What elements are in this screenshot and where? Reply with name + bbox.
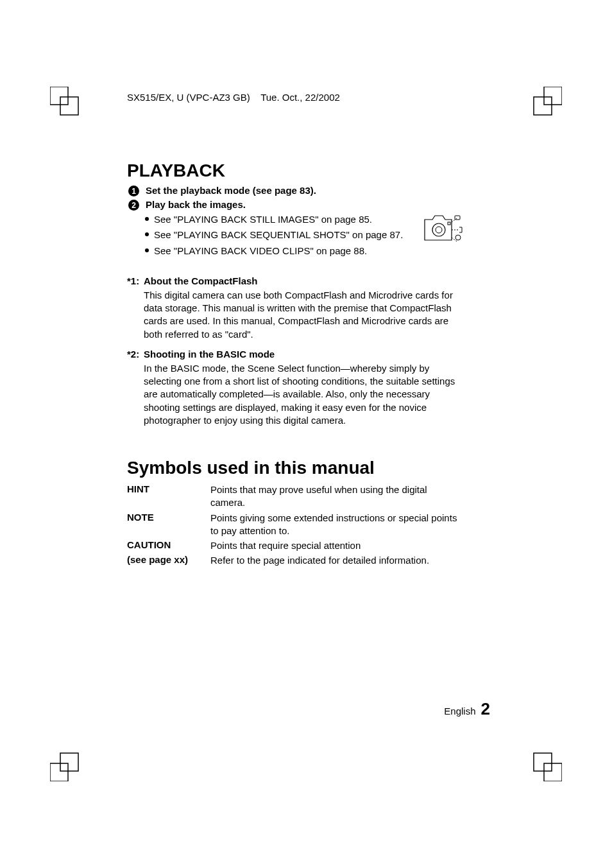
bullet-text-3: See "PLAYING BACK VIDEO CLIPS" on page 8… [154,245,367,257]
bullet-icon [145,232,149,236]
playback-title: PLAYBACK [127,161,464,181]
asterisk-notes: *1: About the CompactFlash This digital … [127,275,464,427]
svg-rect-6 [534,753,552,771]
bullet-text-1: See "PLAYING BACK STILL IMAGES" on page … [154,213,372,226]
symbol-label-note: NOTE [127,512,210,538]
bullet-item: See "PLAYING BACK STILL IMAGES" on page … [145,213,464,226]
circle-number-1: 1 [128,186,139,196]
crop-mark-bottom-left [50,743,89,781]
asterisk-2-body: In the BASIC mode, the Scene Select func… [144,362,464,427]
bullet-text-2: See "PLAYING BACK SEQUENTIAL SHOTS" on p… [154,229,403,241]
main-content: PLAYBACK 1 Set the playback mode (see pa… [127,161,464,569]
asterisk-1-title: About the CompactFlash [144,275,464,286]
header-date: Tue. Oct., 22/2002 [260,92,340,103]
symbols-section: Symbols used in this manual HINT Points … [127,458,464,568]
step-2-text: Play back the images. [146,199,246,210]
symbols-title: Symbols used in this manual [127,458,464,478]
symbol-desc-caution: Points that require special attention [210,539,361,552]
asterisk-2-label: *2: [127,349,144,427]
symbol-label-caution: CAUTION [127,539,210,552]
symbol-label-hint: HINT [127,483,210,510]
symbol-desc-note: Points giving some extended instructions… [210,512,464,538]
crop-mark-bottom-right [523,743,562,781]
symbol-desc-hint: Points that may prove useful when using … [210,483,464,510]
bullet-item: See "PLAYING BACK VIDEO CLIPS" on page 8… [145,245,464,257]
svg-rect-1 [60,97,78,115]
crop-mark-top-right [523,87,562,125]
svg-rect-2 [544,87,562,105]
svg-rect-4 [60,753,78,771]
symbol-desc-seepage: Refer to the page indicated for detailed… [210,554,429,567]
asterisk-2-content: Shooting in the BASIC mode In the BASIC … [144,349,464,427]
bullet-item: See "PLAYING BACK SEQUENTIAL SHOTS" on p… [145,229,464,241]
svg-rect-3 [534,97,552,115]
asterisk-1-body: This digital camera can use both Compact… [144,289,464,341]
symbol-row-caution: CAUTION Points that require special atte… [127,539,464,552]
playback-bullets: See "PLAYING BACK STILL IMAGES" on page … [145,213,464,257]
step-1-text: Set the playback mode (see page 83). [146,185,316,196]
asterisk-1-content: About the CompactFlash This digital came… [144,275,464,341]
bullet-icon [145,248,149,252]
footer-language: English [444,706,475,716]
bullet-icon [145,217,149,221]
symbol-label-seepage: (see page xx) [127,554,210,567]
asterisk-2: *2: Shooting in the BASIC mode In the BA… [127,349,464,427]
svg-rect-5 [50,763,68,781]
page-footer: English 2 [444,699,490,719]
svg-rect-7 [544,763,562,781]
asterisk-2-title: Shooting in the BASIC mode [144,349,464,360]
symbol-row-note: NOTE Points giving some extended instruc… [127,512,464,538]
footer-page-number: 2 [481,699,490,719]
step-2: 2 Play back the images. [128,199,464,211]
svg-rect-0 [50,87,68,105]
symbol-row-hint: HINT Points that may prove useful when u… [127,483,464,510]
model-info: SX515/EX, U (VPC-AZ3 GB) [127,92,250,103]
asterisk-1: *1: About the CompactFlash This digital … [127,275,464,341]
page-header: SX515/EX, U (VPC-AZ3 GB) Tue. Oct., 22/2… [127,92,340,103]
step-1: 1 Set the playback mode (see page 83). [128,185,464,196]
circle-number-2: 2 [128,200,139,211]
crop-mark-top-left [50,87,89,125]
symbol-row-seepage: (see page xx) Refer to the page indicate… [127,554,464,567]
asterisk-1-label: *1: [127,275,144,341]
